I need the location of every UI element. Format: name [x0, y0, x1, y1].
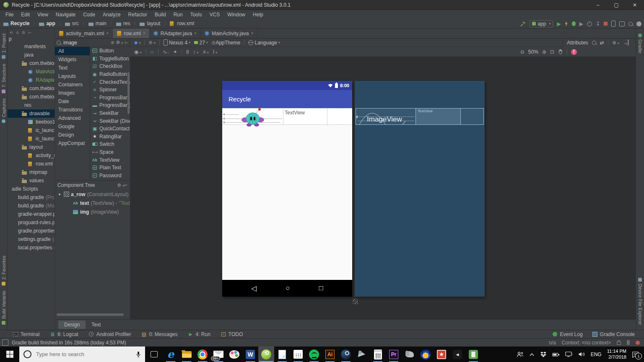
- project-tree-item[interactable]: gradle.properties (Pr: [8, 227, 55, 235]
- menu-item[interactable]: VCS: [206, 12, 224, 18]
- tool-window-button[interactable]: 6: Logcat: [49, 331, 78, 337]
- project-tree-item[interactable]: values: [8, 176, 55, 185]
- close-tab-icon[interactable]: [194, 31, 197, 36]
- volume-icon[interactable]: [578, 352, 585, 357]
- display-icon[interactable]: [565, 352, 573, 357]
- palette-category[interactable]: Widgets: [55, 55, 90, 64]
- settings-gear-icon[interactable]: ⚙: [22, 31, 25, 35]
- breadcrumb-item[interactable]: layout: [140, 21, 170, 26]
- taskbar-app[interactable]: [465, 346, 481, 362]
- breadcrumb-item[interactable]: row.xml: [170, 21, 194, 26]
- attach-debugger-icon[interactable]: ↧: [596, 21, 600, 27]
- pan-hand-icon[interactable]: [558, 49, 563, 54]
- tool-window-button[interactable]: 0: Messages: [141, 331, 177, 337]
- editor-mode-tab[interactable]: Text: [86, 321, 106, 329]
- taskbar-app[interactable]: [242, 346, 258, 362]
- palette-widget[interactable]: CheckBox: [90, 62, 130, 70]
- canvas-resize-handle[interactable]: [353, 299, 358, 304]
- taskbar-app[interactable]: [274, 346, 290, 362]
- palette-dock-icon[interactable]: ⊢: [125, 41, 128, 45]
- user-avatar[interactable]: [636, 21, 641, 27]
- tool-window-button[interactable]: 4: Run: [188, 331, 210, 337]
- project-tree-item[interactable]: beeboo180.pn: [8, 118, 55, 126]
- android-profiler-icon[interactable]: [587, 21, 592, 27]
- palette-widget[interactable]: ToggleButton: [90, 55, 130, 63]
- project-tree-item[interactable]: ic_launcher_fo: [8, 134, 55, 143]
- taskbar-app[interactable]: [322, 346, 338, 362]
- palette-widget[interactable]: SeekBar: [90, 109, 130, 117]
- menu-item[interactable]: Build: [151, 12, 170, 18]
- project-tree-item[interactable]: RAdapter: [8, 76, 55, 84]
- dock-right-icon[interactable]: →▏: [623, 40, 632, 46]
- project-tree-item[interactable]: res: [8, 101, 55, 109]
- menu-item[interactable]: Run: [170, 12, 187, 18]
- minimize-button[interactable]: –: [589, 0, 607, 10]
- menu-item[interactable]: File: [2, 12, 17, 18]
- palette-widget[interactable]: QuickContact: [90, 125, 130, 133]
- breadcrumb-item[interactable]: main: [88, 21, 116, 26]
- menu-item[interactable]: Refactor: [125, 12, 151, 18]
- tool-strip-button[interactable]: Build Variants: [1, 291, 6, 325]
- palette-widget[interactable]: RatingBar: [90, 133, 130, 141]
- sdk-manager-icon[interactable]: [619, 21, 625, 27]
- palette-scrollbar[interactable]: [127, 72, 130, 114]
- taskbar-app[interactable]: [338, 346, 354, 362]
- attributes-search-icon[interactable]: [592, 41, 596, 45]
- project-tree-item[interactable]: local.properties (SD: [8, 243, 55, 252]
- palette-widget[interactable]: ProgressBar (: [90, 101, 130, 109]
- taskbar-app[interactable]: [418, 346, 434, 362]
- expand-caret-icon[interactable]: [57, 192, 62, 197]
- people-icon[interactable]: [517, 351, 524, 357]
- editor-tab[interactable]: activity_main.xml: [55, 28, 113, 38]
- taskbar-app[interactable]: [306, 346, 322, 362]
- editor-tab[interactable]: MainActivity.java: [201, 28, 257, 38]
- imageview-content[interactable]: [239, 107, 267, 127]
- clear-constraints-icon[interactable]: ∿×: [163, 49, 169, 55]
- project-tree-item[interactable]: build.gradle (Module: [8, 202, 55, 210]
- project-tree-item[interactable]: com.thebioneer.re: [8, 59, 55, 67]
- blueprint-imageview-label[interactable]: ImageView: [367, 115, 402, 124]
- sync-icon[interactable]: ⟲: [10, 31, 13, 35]
- palette-category[interactable]: Containers: [55, 80, 90, 89]
- close-tab-icon[interactable]: [143, 31, 145, 36]
- zoom-fit-icon[interactable]: ⊡: [550, 49, 554, 55]
- project-tree-item[interactable]: settings.gradle (Proje: [8, 235, 55, 243]
- component-tree-item[interactable]: a_row (ConstraintLayout): [55, 190, 130, 199]
- palette-widget[interactable]: RadioButton: [90, 70, 130, 78]
- hidden-icons-chevron[interactable]: [529, 353, 535, 356]
- breadcrumb-item[interactable]: app: [39, 21, 65, 26]
- palette-category[interactable]: Google: [55, 122, 90, 131]
- blueprint-row[interactable]: ImageView TextView: [356, 108, 484, 125]
- taskbar-app[interactable]: [258, 346, 274, 362]
- action-center-button[interactable]: 1: [632, 351, 639, 358]
- taskbar-app[interactable]: [434, 346, 449, 362]
- taskbar-app[interactable]: [402, 346, 418, 362]
- component-tree-scrollbar[interactable]: [57, 313, 124, 316]
- maximize-button[interactable]: ▢: [607, 0, 626, 10]
- menu-item[interactable]: Help: [249, 12, 267, 18]
- palette-category[interactable]: Layouts: [55, 72, 90, 80]
- taskbar-app[interactable]: [179, 346, 195, 362]
- taskbar-app[interactable]: 99+: [210, 346, 226, 362]
- hide-panel-icon[interactable]: ⊢: [28, 31, 31, 35]
- view-options-icon[interactable]: ◉: [134, 49, 142, 55]
- breadcrumb-item[interactable]: res: [116, 21, 140, 26]
- autoconnect-icon[interactable]: ∩: [151, 49, 154, 55]
- palette-widget[interactable]: ProgressBar: [90, 94, 130, 102]
- device-dropdown[interactable]: Nexus 4: [164, 39, 190, 46]
- tool-strip-button[interactable]: 2: Favorites: [1, 256, 6, 285]
- run-button[interactable]: ▶: [557, 21, 561, 27]
- microphone-icon[interactable]: [136, 351, 141, 358]
- editor-tab[interactable]: RAdapter.java: [150, 28, 201, 38]
- row-layout-preview[interactable]: TextView: [222, 108, 352, 125]
- palette-category[interactable]: Advanced: [55, 114, 90, 122]
- project-tree-item[interactable]: ic_launcher_ba: [8, 126, 55, 134]
- menu-item[interactable]: Analyze: [99, 12, 125, 18]
- palette-category[interactable]: Date: [55, 97, 90, 106]
- palette-widget[interactable]: CheckedTextV: [90, 78, 130, 86]
- blueprint-preview[interactable]: ImageView TextView: [355, 81, 485, 297]
- palette-gear-icon[interactable]: ⚙: [116, 40, 123, 45]
- apply-changes-icon[interactable]: [565, 21, 568, 27]
- pack-dropdown-icon[interactable]: ↕: [193, 49, 199, 55]
- palette-category[interactable]: Transitions: [55, 106, 90, 114]
